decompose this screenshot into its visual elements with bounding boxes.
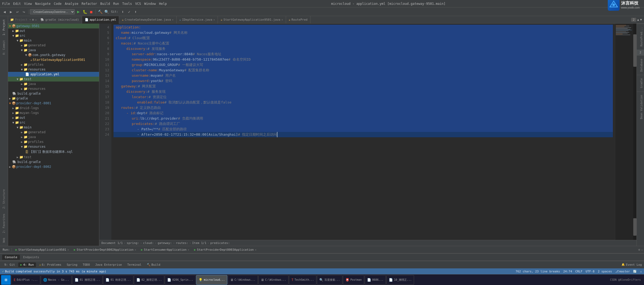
menu-code[interactable]: Code [54,2,62,6]
menu-tools[interactable]: Tools [122,2,132,6]
bc-item[interactable]: Item 1/1 [192,241,206,245]
bc-document[interactable]: Document 1/1 [101,241,123,245]
taskbar-windows1[interactable]: 🖥 C:\Windows... [228,275,258,285]
tree-gateway-9501[interactable]: ▼ 📦 gateway-9501 [8,24,99,28]
run-minimize-icon[interactable]: — [641,248,643,251]
tab-gradle[interactable]: 🐘 gradle (microcloud) [38,16,82,24]
run-tab-gateway[interactable]: ▶ StartGatewayApplication9501 ✕ [13,247,71,252]
code-editor[interactable]: 45678 910111213 1415161718 1920212223 24… [99,24,636,246]
taskbar-02[interactable]: 📄 02_溯理正理... [134,275,164,285]
tree-provider-test[interactable]: ▶ 📁 test [8,155,99,160]
tree-src[interactable]: ▼ 📁 src [8,33,99,38]
tab-todo[interactable]: TODO [80,262,92,267]
menu-refactor[interactable]: Refactor [82,2,97,6]
status-warning-icon[interactable]: ⚠ [640,270,642,273]
tab-application-yml[interactable]: 📄 application.yml [82,16,119,24]
run-settings-icon[interactable]: ⚙ [638,248,640,251]
tree-java[interactable]: ▼ 📁 java [8,48,99,53]
tree-provider-resources[interactable]: ▼ 📁 resources [8,144,99,149]
back-button[interactable]: ◀ [2,9,8,15]
tab-create-close[interactable]: ✕ [172,18,174,21]
git-update[interactable]: ⬇ [120,9,126,15]
menu-window[interactable]: Window [144,2,156,6]
tab-start-gateway[interactable]: ☕ StartGatewayApplication9501.java ✕ [218,16,286,24]
menu-view[interactable]: View [24,2,32,6]
tab-spring[interactable]: Spring [65,262,80,267]
status-line-ending[interactable]: CRLF [575,270,583,273]
tree-build-gradle[interactable]: 🐘 build.gradle [8,91,99,96]
taskbar-01[interactable]: 📄 01 溯理正理... [72,275,103,285]
run-button[interactable]: ▶ [75,9,81,15]
git-branch-name[interactable]: master [619,270,630,273]
sidebar-project-tab[interactable]: 1: Project [1,17,6,38]
tree-generated[interactable]: ▶ 📁 generated [8,43,99,48]
menu-analyze[interactable]: Analyze [65,2,78,6]
tree-provider-generated[interactable]: ▶ 📁 generated [8,130,99,135]
tree-package[interactable]: ▼ 📦 com.yootk.gateway [8,53,99,57]
bc-predicates[interactable]: predicates: [210,241,230,245]
status-chars[interactable]: 762 chars, 23 line breaks [515,270,560,273]
console-tab-console[interactable]: Console [2,255,20,260]
status-indent[interactable]: 2 spaces [598,270,612,273]
tree-sql-file[interactable]: 🗄 【部门】数据库创建脚本.sql [8,149,99,155]
tab-startgw-close[interactable]: ✕ [281,18,283,21]
run-tab-provider8003-close[interactable]: ✕ [255,248,257,251]
menu-help[interactable]: Help [159,2,167,6]
tree-test-java[interactable]: ▶ 📁 java [8,82,99,86]
debug-button[interactable]: 🐛 [82,9,88,15]
tab-git[interactable]: 9: Git [2,262,17,267]
code-lines[interactable]: application: name: microcloud.gateway # … [111,24,615,240]
status-update-icon[interactable]: 🔄 [633,270,637,273]
right-tab-gradle[interactable]: Gradle [637,75,644,91]
status-encoding[interactable]: UTF-8 [586,270,595,273]
tree-main[interactable]: ▼ 📁 main [8,38,99,43]
tree-provider-main[interactable]: ▼ 📁 main [8,125,99,130]
taskbar-baidu[interactable]: 🔍 百度搜索... [317,275,342,285]
tree-application-yml[interactable]: 📄 application.yml [8,72,99,77]
tree-muyan-logs[interactable]: ▶ 📁 muyan-logs [8,110,99,115]
right-tab-routepred[interactable]: RoutePred... [637,24,644,50]
bc-cloud[interactable]: cloud: [143,241,154,245]
run-tab-consumer-close[interactable]: ✕ [188,248,189,251]
tree-provider-build-gradle[interactable]: 🐘 build.gradle [8,160,99,164]
tree-provider-8001[interactable]: ▼ 📦 provider-dept-8001 [8,101,99,106]
run-tab-gateway-close[interactable]: ✕ [67,248,69,251]
taskbar-postman[interactable]: 📮 Postman [343,275,364,285]
tree-out[interactable]: ▶ 📁 out [8,28,99,33]
run-tab-provider8002[interactable]: ▶ StartProviderDept8002Application ✕ [72,247,138,252]
run-config-dropdown[interactable]: CreateGatewayDatetime... [30,9,75,14]
tree-test-resources[interactable]: ▶ 📁 resources [8,86,99,91]
bc-spring[interactable]: spring: [127,241,139,245]
sidebar-favorites-tab[interactable]: 2: Favorites [1,212,6,235]
tab-java-enterprise[interactable]: Java Enterprise [93,262,124,267]
build-button[interactable]: 🔨 [97,9,103,15]
tree-resources[interactable]: ▼ 📁 resources [8,67,99,72]
menu-vcs[interactable]: VCS [135,2,141,6]
tree-provider-java[interactable]: ▶ 📁 java [8,135,99,139]
tab-terminal[interactable]: Terminal [125,262,144,267]
breadcrumb-project[interactable]: 📁 [10,18,14,21]
search-button[interactable]: 🔍 [104,9,109,15]
scroll-up[interactable]: ▲ [637,18,639,21]
tab-idept-close[interactable]: ✕ [213,18,215,21]
tree-profiles[interactable]: ▶ 📁 profiles [8,62,99,67]
git-push[interactable]: ⬆ [133,9,139,15]
tree-gradle[interactable]: ▶ 📁 gradle [8,96,99,101]
bc-gateway[interactable]: gateway: [158,241,172,245]
right-tab-badge[interactable]: 2 [637,50,644,55]
sidebar-commit-tab[interactable]: 0: Commit [1,38,6,57]
tab-create-gateway[interactable]: ☕ CreateGatewayDatetime.java ✕ [119,16,177,24]
tree-provider-src[interactable]: ▼ 📁 src [8,120,99,125]
scroll-down[interactable]: ▼ [640,18,642,21]
menu-bar[interactable]: File Edit View Navigate Code Analyze Ref… [2,2,167,6]
sidebar-web-tab[interactable]: Web [1,236,6,245]
tree-druid-logs[interactable]: ▶ 📁 druid-logs [8,106,99,110]
taskbar-editplus[interactable]: E EditPlus -... [11,275,40,285]
breadcrumb-icon-minus[interactable]: — [35,18,37,21]
forward-button[interactable]: ▶ [8,9,14,15]
run-tab-provider8002-close[interactable]: ✕ [135,248,136,251]
menu-build[interactable]: Build [100,2,110,6]
tree-provider-profiles[interactable]: ▶ 📁 profiles [8,139,99,144]
git-commit[interactable]: ✓ [126,9,132,15]
undo-button[interactable]: ↩ [14,9,20,15]
